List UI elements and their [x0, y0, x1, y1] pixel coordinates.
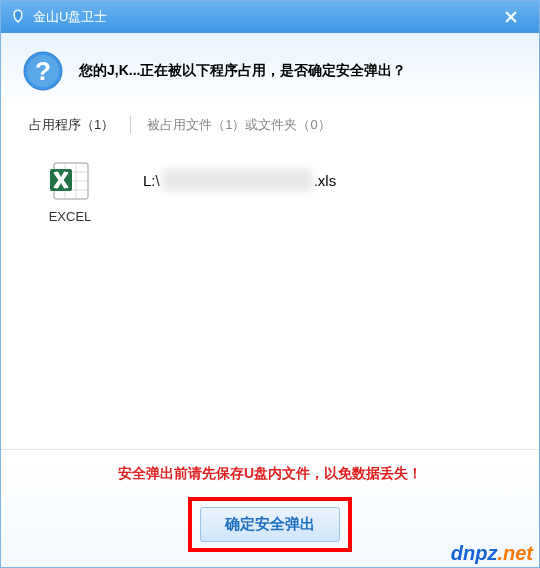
- tab-files[interactable]: 被占用文件（1）或文件夹（0）: [137, 112, 340, 138]
- header-section: ? 您的J,K...正在被以下程序占用，是否确定安全弹出？: [1, 33, 539, 109]
- dnpz-watermark: dnpz.net: [451, 543, 533, 563]
- watermark: dnpz.net: [451, 543, 533, 563]
- close-button[interactable]: [487, 5, 535, 29]
- file-path-prefix: L:\: [143, 172, 160, 189]
- confirm-highlight: 确定安全弹出: [188, 497, 352, 552]
- footer: 安全弹出前请先保存U盘内文件，以免数据丢失！ 确定安全弹出 dnpz.net: [1, 449, 539, 567]
- excel-icon: [48, 159, 92, 203]
- tab-programs[interactable]: 占用程序（1）: [19, 112, 124, 138]
- file-path-suffix: .xls: [314, 172, 337, 189]
- warning-text: 安全弹出前请先保存U盘内文件，以免数据丢失！: [118, 465, 422, 483]
- program-item: EXCEL: [25, 159, 115, 224]
- question-icon: ?: [23, 51, 63, 91]
- app-icon: [9, 8, 27, 26]
- main-message: 您的J,K...正在被以下程序占用，是否确定安全弹出？: [79, 62, 406, 80]
- file-name-censored: [162, 169, 312, 191]
- file-path: L:\ .xls: [143, 169, 336, 191]
- confirm-eject-button[interactable]: 确定安全弹出: [200, 507, 340, 542]
- content-area: EXCEL L:\ .xls: [1, 141, 539, 449]
- svg-text:?: ?: [35, 56, 51, 86]
- titlebar: 金山U盘卫士: [1, 1, 539, 33]
- titlebar-title: 金山U盘卫士: [33, 8, 487, 26]
- program-label: EXCEL: [49, 209, 92, 224]
- dialog-window: 金山U盘卫士 ? 您的J,K...正在被以下程序占用，是否确定安全弹出？ 占用程…: [0, 0, 540, 568]
- tab-divider: [130, 116, 131, 134]
- tabs-row: 占用程序（1） 被占用文件（1）或文件夹（0）: [1, 109, 539, 141]
